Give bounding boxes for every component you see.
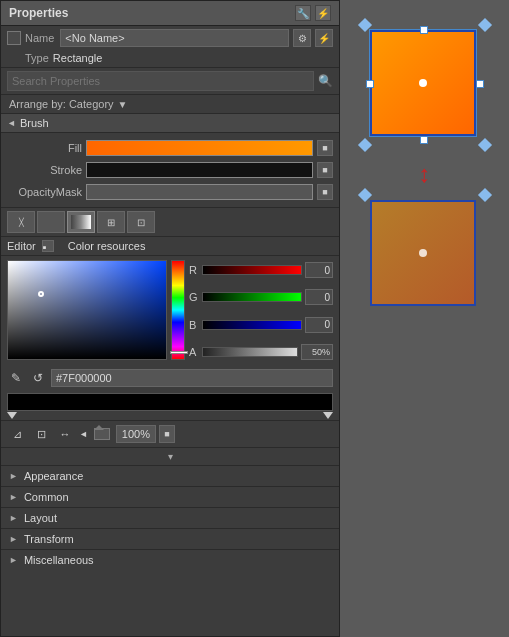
a-label: A xyxy=(189,346,199,358)
transform-label: Transform xyxy=(24,533,74,545)
gradient-strip[interactable] xyxy=(7,393,333,411)
a-slider[interactable] xyxy=(202,347,298,357)
search-icon: 🔍 xyxy=(318,74,333,88)
layout-arrow: ► xyxy=(9,513,18,523)
panel-title: Properties xyxy=(9,6,68,20)
hue-cursor xyxy=(170,351,188,354)
zoom-house-icon[interactable] xyxy=(91,425,113,443)
name-checkbox[interactable] xyxy=(7,31,21,45)
common-label: Common xyxy=(24,491,69,503)
g-slider[interactable] xyxy=(202,292,302,302)
stroke-swatch[interactable] xyxy=(86,162,313,178)
a-value[interactable]: 50% xyxy=(301,344,333,360)
common-section[interactable]: ► Common xyxy=(1,486,339,507)
collapse-arrow: ▾ xyxy=(168,451,173,462)
tool-strip: ╳ ⊞ ⊡ xyxy=(1,207,339,237)
reset-btn[interactable]: ↺ xyxy=(29,369,47,387)
miscellaneous-section[interactable]: ► Miscellaneous xyxy=(1,549,339,570)
top-orange-rect[interactable] xyxy=(370,30,476,136)
color-picker-body: R 0 G 0 B 0 A 50% xyxy=(1,256,339,366)
selection-diamond-bl xyxy=(357,138,371,152)
sat-val-picker[interactable] xyxy=(7,260,167,360)
appearance-arrow: ► xyxy=(9,471,18,481)
appearance-label: Appearance xyxy=(24,470,83,482)
title-icon-group: 🔧 ⚡ xyxy=(295,5,331,21)
appearance-section[interactable]: ► Appearance xyxy=(1,465,339,486)
r-value[interactable]: 0 xyxy=(305,262,333,278)
eyedropper-btn[interactable]: ✎ xyxy=(7,369,25,387)
b-value[interactable]: 0 xyxy=(305,317,333,333)
layout-section[interactable]: ► Layout xyxy=(1,507,339,528)
visual-brush-btn[interactable]: ⊡ xyxy=(127,211,155,233)
center-dot-b xyxy=(419,249,427,257)
selection-diamond-tr-b xyxy=(477,188,491,202)
search-bar: 🔍 xyxy=(1,67,339,95)
opacity-row: ⊿ ⊡ ↔ ◄ 100% ■ xyxy=(1,420,339,447)
fill-options-btn[interactable]: ■ xyxy=(317,140,333,156)
gradient-handles xyxy=(7,411,333,420)
g-value[interactable]: 0 xyxy=(305,289,333,305)
fill-swatch[interactable] xyxy=(86,140,313,156)
zoom-end-btn[interactable]: ■ xyxy=(159,425,175,443)
editor-menu-btn[interactable]: ▪ xyxy=(42,240,54,252)
brush-section-header[interactable]: ◄ Brush xyxy=(1,114,339,133)
arrange-row[interactable]: Arrange by: Category ▼ xyxy=(1,95,339,114)
gradient-stop-right[interactable] xyxy=(323,412,333,419)
a-row: A 50% xyxy=(189,342,333,362)
gradient-btn[interactable] xyxy=(67,211,95,233)
zoom-input[interactable]: 100% xyxy=(116,425,156,443)
editor-header: Editor ▪ Color resources xyxy=(1,237,339,256)
stroke-options-btn[interactable]: ■ xyxy=(317,162,333,178)
handle-tm[interactable] xyxy=(420,26,428,34)
opacity-mask-options-btn[interactable]: ■ xyxy=(317,184,333,200)
hex-input[interactable] xyxy=(51,369,333,387)
opacity-transform-icon[interactable]: ↔ xyxy=(55,424,75,444)
zoom-section: ◄ 100% ■ xyxy=(79,425,333,443)
lightning-icon[interactable]: ⚡ xyxy=(315,29,333,47)
solid-btn[interactable] xyxy=(37,211,65,233)
brush-properties: Fill ■ Stroke ■ OpacityMask ■ xyxy=(1,133,339,207)
name-input[interactable] xyxy=(60,29,289,47)
hex-row: ✎ ↺ xyxy=(1,366,339,390)
search-input[interactable] xyxy=(7,71,314,91)
name-label: Name xyxy=(25,32,54,44)
handle-bm[interactable] xyxy=(420,136,428,144)
selection-diamond-br xyxy=(477,138,491,152)
brush-section-label: Brush xyxy=(20,117,49,129)
opacity-mask-label: OpacityMask xyxy=(7,186,82,198)
hue-bar[interactable] xyxy=(171,260,185,360)
sat-val-container[interactable] xyxy=(7,260,167,362)
opacity-mask-swatch[interactable] xyxy=(86,184,313,200)
settings-icon[interactable]: ⚙ xyxy=(293,29,311,47)
none-btn[interactable]: ╳ xyxy=(7,211,35,233)
opacity-icon-group: ⊿ ⊡ ↔ xyxy=(7,424,75,444)
opacity-mid-icon[interactable]: ⊡ xyxy=(31,424,51,444)
bolt-icon[interactable]: ⚡ xyxy=(315,5,331,21)
transform-section[interactable]: ► Transform xyxy=(1,528,339,549)
panel-titlebar: Properties 🔧 ⚡ xyxy=(1,1,339,26)
miscellaneous-label: Miscellaneous xyxy=(24,554,94,566)
r-slider[interactable] xyxy=(202,265,302,275)
selection-diamond-tr xyxy=(477,18,491,32)
handle-ml[interactable] xyxy=(366,80,374,88)
arrange-text: Arrange by: Category xyxy=(9,98,114,110)
arrange-dropdown-arrow[interactable]: ▼ xyxy=(118,99,128,110)
brush-collapse-arrow: ◄ xyxy=(7,118,16,128)
wrench-icon[interactable]: 🔧 xyxy=(295,5,311,21)
type-label: Type xyxy=(25,52,49,64)
editor-label: Editor xyxy=(7,240,36,252)
name-row: Name ⚙ ⚡ xyxy=(1,26,339,50)
canvas-area: ↕ xyxy=(340,0,509,637)
bottom-shape-container[interactable] xyxy=(360,190,490,320)
b-slider[interactable] xyxy=(202,320,302,330)
properties-panel: Properties 🔧 ⚡ Name ⚙ ⚡ Type Rectangle 🔍… xyxy=(0,0,340,637)
arrow-between-shapes: ↕ xyxy=(419,162,431,186)
image-btn[interactable]: ⊞ xyxy=(97,211,125,233)
opacity-left-icon[interactable]: ⊿ xyxy=(7,424,27,444)
gradient-stop-left[interactable] xyxy=(7,412,17,419)
top-shape-container[interactable] xyxy=(360,20,490,150)
zoom-left-btn[interactable]: ◄ xyxy=(79,429,88,439)
bottom-orange-rect[interactable] xyxy=(370,200,476,306)
collapse-row[interactable]: ▾ xyxy=(1,447,339,465)
handle-mr[interactable] xyxy=(476,80,484,88)
